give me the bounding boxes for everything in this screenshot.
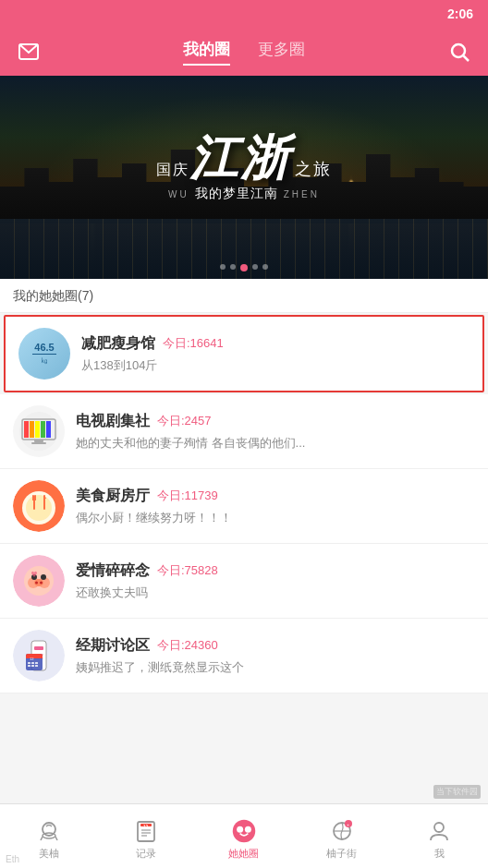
banner: 国庆 江浙 之旅 WU 我的梦里江南 ZHEN [0, 76, 488, 279]
circle-list: 46.5 ㎏ 减肥瘦身馆 今日:16641 从138到104斤 [0, 315, 488, 693]
tab-my-circle[interactable]: 我的圈 [183, 39, 230, 66]
list-item[interactable]: 电视剧集社 今日:2457 她的丈夫和他的妻子殉情 各自丧偶的他们... [0, 394, 488, 469]
svg-rect-5 [30, 421, 34, 438]
banner-title-suffix: 之旅 [295, 158, 332, 180]
banner-dot-1 [220, 264, 226, 270]
svg-rect-4 [24, 421, 29, 438]
banner-sub1: WU [168, 189, 189, 199]
wo-icon [426, 818, 452, 844]
item-today-2: 今日:2457 [157, 413, 212, 429]
item-icon-period: 12 [13, 630, 65, 681]
nav-label-tashe: 她她圈 [228, 847, 259, 861]
section-label: 我的她她圈(7) [13, 288, 93, 303]
item-today-1: 今日:16641 [163, 335, 224, 352]
svg-point-14 [26, 495, 52, 521]
svg-point-28 [40, 582, 43, 585]
svg-point-55 [237, 826, 243, 832]
svg-rect-31 [34, 646, 43, 650]
item-icon-love [13, 555, 65, 607]
item-title-2: 电视剧集社 [76, 412, 150, 431]
section-header: 我的她她圈(7) [0, 279, 488, 313]
svg-rect-7 [41, 421, 45, 438]
svg-rect-40 [35, 662, 38, 664]
status-bar: 2:06 [0, 0, 488, 28]
nav-item-wo[interactable]: 我 [390, 813, 488, 861]
svg-text:+: + [347, 822, 349, 827]
list-item[interactable]: 12 经期讨论区 今日:24360 姨妈推迟了，测纸竟然显示这个 [0, 619, 488, 693]
svg-line-47 [55, 837, 57, 840]
item-content-3: 美食厨房厅 今日:11739 偶尔小厨！继续努力呀！！！ [76, 487, 475, 526]
svg-line-2 [464, 56, 470, 62]
tashe-icon [231, 818, 257, 844]
nav-label-zizijie: 柚子街 [326, 847, 357, 861]
nav-item-tashe[interactable]: 她她圈 [195, 813, 293, 861]
svg-rect-11 [31, 442, 46, 444]
banner-sub3: ZHEN [284, 189, 320, 199]
item-title-4: 爱情碎碎念 [76, 561, 150, 581]
nav-label-wo: 我 [434, 847, 445, 861]
svg-text:12: 12 [30, 657, 34, 661]
svg-rect-38 [28, 662, 30, 664]
nav-item-jilu[interactable]: 12 记录 [98, 813, 196, 861]
item-today-4: 今日:75828 [157, 562, 218, 579]
bottom-navigation: 美柚 12 记录 她她圈 [0, 803, 488, 868]
mail-icon[interactable] [15, 38, 43, 66]
item-today-3: 今日:11739 [157, 488, 218, 504]
svg-rect-39 [31, 662, 34, 664]
item-today-5: 今日:24360 [157, 637, 218, 654]
item-title-5: 经期讨论区 [76, 636, 150, 656]
svg-point-54 [233, 819, 256, 842]
nav-item-meizhu[interactable]: 美柚 [0, 813, 98, 861]
search-icon[interactable] [445, 38, 473, 66]
item-content-2: 电视剧集社 今日:2457 她的丈夫和他的妻子殉情 各自丧偶的他们... [76, 412, 475, 452]
item-desc-4: 还敢换丈夫吗 [76, 585, 475, 601]
svg-rect-8 [46, 421, 51, 438]
list-item[interactable]: 46.5 ㎏ 减肥瘦身馆 今日:16641 从138到104斤 [4, 315, 484, 392]
banner-dots [220, 264, 268, 271]
svg-point-27 [35, 582, 38, 585]
svg-rect-6 [35, 421, 40, 438]
svg-rect-16 [32, 495, 33, 500]
item-content-1: 减肥瘦身馆 今日:16641 从138到104斤 [81, 334, 470, 374]
banner-main-title: 江浙 [189, 134, 291, 182]
list-item[interactable]: 爱情碎碎念 今日:75828 还敢换丈夫吗 [0, 544, 488, 619]
item-desc-3: 偶尔小厨！继续努力呀！！！ [76, 510, 475, 526]
nav-label-meizhu: 美柚 [39, 847, 59, 861]
jilu-icon: 12 [133, 818, 159, 844]
banner-sub2: 我的梦里江南 [195, 186, 278, 202]
banner-pretitle: 国庆 [156, 161, 189, 180]
item-icon-scale: 46.5 ㎏ [18, 328, 70, 380]
list-item[interactable]: 美食厨房厅 今日:11739 偶尔小厨！继续努力呀！！！ [0, 469, 488, 544]
item-title-3: 美食厨房厅 [76, 487, 150, 506]
banner-text: 国庆 江浙 之旅 WU 我的梦里江南 ZHEN [156, 134, 332, 202]
svg-text:12: 12 [143, 825, 149, 829]
banner-dot-3 [240, 264, 248, 271]
item-desc-1: 从138到104斤 [81, 357, 470, 374]
banner-dot-5 [262, 264, 268, 270]
item-desc-5: 姨妈推迟了，测纸竟然显示这个 [76, 659, 475, 676]
banner-dot-2 [230, 264, 236, 270]
svg-point-25 [41, 574, 46, 580]
top-navigation: 我的圈 更多圈 [0, 28, 488, 76]
svg-point-56 [245, 826, 251, 832]
watermark: 当下软件园 [433, 785, 481, 799]
banner-dot-4 [252, 264, 258, 270]
item-icon-food [13, 480, 65, 532]
svg-point-61 [434, 823, 444, 832]
tab-more-circle[interactable]: 更多圈 [258, 39, 305, 66]
svg-line-46 [41, 837, 43, 840]
nav-tabs: 我的圈 更多圈 [183, 39, 305, 66]
svg-rect-42 [31, 665, 34, 667]
meizhu-icon [36, 818, 62, 844]
status-time: 2:06 [447, 6, 473, 21]
item-content-4: 爱情碎碎念 今日:75828 还敢换丈夫吗 [76, 561, 475, 601]
svg-rect-10 [34, 440, 43, 442]
svg-rect-15 [33, 495, 35, 510]
item-content-5: 经期讨论区 今日:24360 姨妈推迟了，测纸竟然显示这个 [76, 636, 475, 676]
svg-point-1 [452, 44, 465, 57]
nav-item-zizijie[interactable]: + 柚子街 [293, 813, 391, 861]
svg-rect-43 [35, 665, 38, 667]
svg-rect-41 [28, 665, 30, 667]
svg-rect-36 [26, 657, 43, 658]
item-title-1: 减肥瘦身馆 [81, 334, 155, 354]
